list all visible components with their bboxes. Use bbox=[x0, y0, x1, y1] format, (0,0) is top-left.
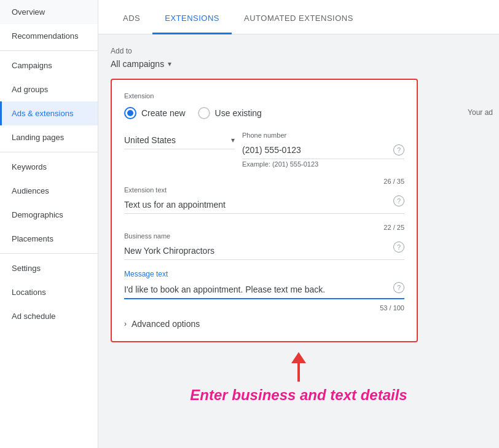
message-text-counter: 53 / 100 bbox=[124, 304, 404, 312]
radio-create-new-indicator bbox=[124, 107, 136, 119]
business-name-help-icon[interactable]: ? bbox=[393, 242, 404, 253]
extension-text-counter: 26 / 35 bbox=[124, 178, 404, 185]
annotation-arrow-head-icon bbox=[291, 352, 306, 363]
campaign-selector[interactable]: All campaigns ▾ bbox=[111, 59, 487, 69]
sidebar-item-placements[interactable]: Placements bbox=[0, 227, 98, 251]
extension-text-input[interactable] bbox=[124, 196, 404, 214]
add-to-label: Add to bbox=[111, 47, 487, 55]
sidebar-item-audiences[interactable]: Audiences bbox=[0, 179, 98, 203]
sidebar-divider-3 bbox=[0, 253, 98, 254]
country-dropdown-arrow-icon: ▾ bbox=[231, 136, 235, 144]
message-text-input[interactable] bbox=[124, 281, 404, 299]
sidebar-item-ad-groups[interactable]: Ad groups bbox=[0, 77, 98, 101]
sidebar-divider-2 bbox=[0, 152, 98, 152]
sidebar-item-landing-pages[interactable]: Landing pages bbox=[0, 125, 98, 149]
extension-card: Extension Create new Use existing United… bbox=[111, 79, 418, 342]
business-name-field: 22 / 25 Business name ? bbox=[124, 224, 404, 260]
phone-help-icon[interactable]: ? bbox=[393, 144, 404, 155]
sidebar: Overview Recommendations Campaigns Ad gr… bbox=[0, 0, 98, 448]
message-text-field: Message text ? bbox=[124, 270, 404, 299]
phone-number-label: Phone number bbox=[242, 132, 404, 139]
country-phone-row: United States ▾ Phone number Example: (2… bbox=[124, 132, 404, 168]
main-content: ADS EXTENSIONS AUTOMATED EXTENSIONS Add … bbox=[98, 0, 499, 448]
tab-ads[interactable]: ADS bbox=[111, 4, 152, 34]
phone-field: Phone number Example: (201) 555-0123 ? bbox=[242, 132, 404, 168]
sidebar-item-ad-schedule[interactable]: Ad schedule bbox=[0, 304, 98, 328]
content-area: Add to All campaigns ▾ Extension Create … bbox=[98, 34, 499, 448]
extension-text-label: Extension text bbox=[124, 186, 404, 194]
tabs-bar: ADS EXTENSIONS AUTOMATED EXTENSIONS bbox=[98, 0, 499, 34]
message-text-label: Message text bbox=[124, 270, 404, 278]
country-select[interactable]: United States ▾ bbox=[124, 132, 235, 149]
radio-create-new[interactable]: Create new bbox=[124, 107, 186, 119]
extension-card-label: Extension bbox=[124, 92, 404, 100]
sidebar-item-overview[interactable]: Overview bbox=[0, 0, 98, 24]
business-name-label: Business name bbox=[124, 232, 404, 240]
message-text-help-icon[interactable]: ? bbox=[393, 282, 404, 293]
sidebar-item-campaigns[interactable]: Campaigns bbox=[0, 53, 98, 77]
radio-use-existing[interactable]: Use existing bbox=[198, 107, 262, 119]
phone-example: Example: (201) 555-0123 bbox=[242, 160, 404, 168]
sidebar-item-recommendations[interactable]: Recommendations bbox=[0, 24, 98, 48]
extension-text-field: 26 / 35 Extension text ? bbox=[124, 178, 404, 214]
sidebar-divider-1 bbox=[0, 50, 98, 51]
sidebar-item-locations[interactable]: Locations bbox=[0, 280, 98, 304]
radio-group: Create new Use existing bbox=[124, 107, 404, 119]
sidebar-item-ads-extensions[interactable]: Ads & extensions bbox=[0, 101, 98, 125]
annotation-arrow-shaft bbox=[297, 363, 300, 382]
annotation-container: Enter business and text details bbox=[111, 352, 487, 404]
phone-number-input[interactable] bbox=[242, 141, 404, 159]
country-field: United States ▾ bbox=[124, 132, 235, 168]
sidebar-item-keywords[interactable]: Keywords bbox=[0, 155, 98, 179]
extension-text-help-icon[interactable]: ? bbox=[393, 195, 404, 206]
your-ad-hint: Your ad bbox=[468, 108, 493, 117]
dropdown-arrow-icon: ▾ bbox=[168, 60, 171, 68]
tab-extensions[interactable]: EXTENSIONS bbox=[152, 4, 232, 34]
business-name-counter: 22 / 25 bbox=[124, 224, 404, 231]
tab-automated-extensions[interactable]: AUTOMATED EXTENSIONS bbox=[232, 4, 366, 34]
sidebar-item-demographics[interactable]: Demographics bbox=[0, 203, 98, 227]
business-name-input[interactable] bbox=[124, 242, 404, 260]
chevron-down-icon: › bbox=[124, 320, 127, 328]
sidebar-item-settings[interactable]: Settings bbox=[0, 256, 98, 280]
radio-use-existing-indicator bbox=[198, 107, 210, 119]
advanced-options-toggle[interactable]: › Advanced options bbox=[124, 319, 404, 329]
annotation-text: Enter business and text details bbox=[190, 387, 407, 404]
